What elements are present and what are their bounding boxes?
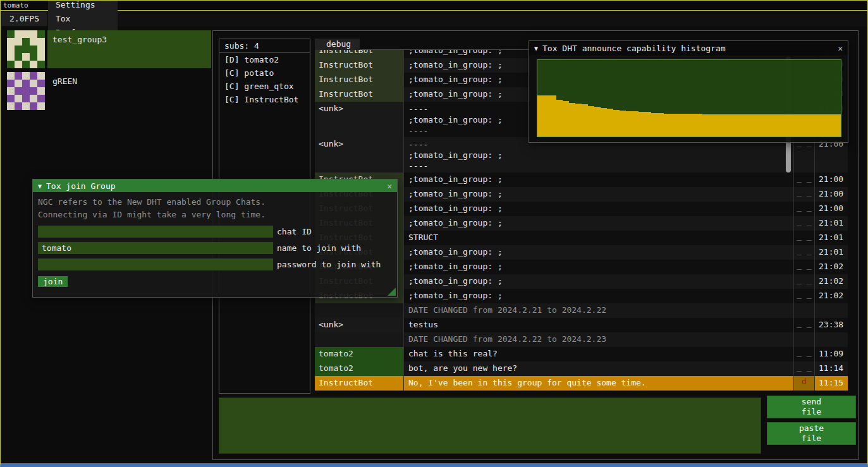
join-name-input[interactable] [38,242,273,254]
paste-file-button[interactable]: paste file [767,422,856,445]
message-cell: ;tomato_in_group: ; [404,187,794,202]
menu-item-settings[interactable]: Settings [48,0,118,12]
histogram-bar [556,100,563,136]
histogram-bar [809,114,816,136]
histogram-bar [834,114,841,136]
histogram-bar [752,114,759,136]
message-line: ;tomato_in_group: ; [408,150,793,161]
message-row[interactable]: InstructBotNo, I've been in this group f… [315,376,848,391]
histogram-bar [594,107,601,136]
message-cell: ;tomato_in_group: ; [404,216,794,231]
avatar-pixel [30,45,37,53]
message-cell: chat is this real? [404,347,794,361]
histogram-bar [771,114,778,136]
histogram-titlebar[interactable]: ▼ Tox DHT announce capability histogram … [529,41,848,55]
send-file-button[interactable]: send file [767,396,856,418]
histogram-bar [601,108,607,136]
avatar-pixel [37,45,45,53]
histogram-bar [740,114,746,136]
status-cell: _ _ [794,202,815,216]
name-cell: <unk> [315,318,404,332]
status-cell: _ _ [794,260,815,274]
join-password-input[interactable] [38,258,273,270]
name-cell: InstructBot [315,58,404,73]
avatar-pixel [7,80,15,87]
histogram-bar [822,114,828,136]
close-icon[interactable]: ✕ [387,181,392,191]
join-group-title: Tox join Group [46,181,382,191]
group-avatar [7,30,45,68]
avatar-pixel [37,72,45,80]
avatar-pixel [7,45,15,53]
chat-id-input[interactable] [38,226,273,238]
histogram-bar [632,111,639,136]
collapse-arrow-icon[interactable]: ▼ [534,45,538,52]
menu-bar: 2.0FPS SettingsToxPerformance [1,11,867,27]
status-cell [794,332,815,347]
avatar-pixel [22,87,30,95]
join-group-titlebar[interactable]: ▼ Tox join Group ✕ [33,179,397,192]
histogram-bar [582,104,588,136]
avatar-pixel [30,53,37,61]
group-name: gREEN [52,76,77,86]
menu-item-tox[interactable]: Tox [48,12,118,26]
message-cell: STRUCT [404,231,794,245]
histogram-bar [702,114,708,136]
avatar-pixel [30,80,37,87]
message-row[interactable]: tomato2bot, are you new here?_ _11:14 [315,361,848,376]
histogram-bar [797,114,803,136]
avatar-pixel [30,87,37,95]
avatar-pixel [30,72,37,80]
histogram-bar [664,114,670,136]
histogram-bar [670,114,676,136]
avatar-pixel [22,102,30,110]
join-field-label: password to join with [277,260,381,269]
message-row[interactable]: <unk>testus_ _23:38 [315,318,848,332]
avatar-pixel [22,53,30,61]
avatar-pixel [37,61,45,68]
histogram-bar [537,95,544,136]
avatar-pixel [22,61,30,68]
avatar-pixel [15,102,22,110]
histogram-bar [778,114,784,136]
avatar-pixel [30,95,37,102]
histogram-bar [708,114,714,136]
message-input[interactable] [219,397,761,454]
tab-debug[interactable]: debug [315,39,360,50]
subs-list-item[interactable]: [C] potato [219,66,310,80]
time-cell: 11:14 [815,361,847,376]
join-button[interactable]: join [38,276,68,287]
avatar-pixel [37,38,45,45]
subs-list-item[interactable]: [D] tomato2 [219,53,310,66]
join-field-row: chat ID [38,226,392,238]
histogram-bar [746,114,752,136]
avatar-pixel [22,38,30,45]
join-info-line-2: Connecting via ID might take a very long… [38,209,392,221]
close-icon[interactable]: ✕ [838,44,843,53]
message-cell: ;tomato_in_group: ; [404,245,794,260]
resize-grip-icon[interactable] [388,288,396,296]
group-item-gREEN[interactable]: gREEN [1,72,212,110]
message-cell: bot, are you new here? [404,361,794,376]
group-avatar [7,72,45,110]
subs-list-item[interactable]: [C] InstructBot [219,93,310,106]
group-item-test_group3[interactable]: test_group3 [1,30,212,68]
window-titlebar[interactable]: tomato [1,1,867,11]
name-cell [315,332,404,347]
histogram-bar [620,111,626,136]
date-separator-row: DATE CHANGED from 2024.2.22 to 2024.2.23 [315,332,848,347]
histogram-bar [828,114,834,136]
subs-list-item[interactable]: [C] green_qtox [219,80,310,93]
collapse-arrow-icon[interactable]: ▼ [38,183,42,190]
message-row[interactable]: tomato2chat is this real?_ _11:09 [315,347,848,361]
message-cell: ;tomato_in_group: ; [404,202,794,216]
histogram-bar [575,104,582,136]
avatar-pixel [15,38,22,45]
avatar-pixel [7,102,15,110]
time-cell: 23:38 [815,318,847,332]
avatar-pixel [15,45,22,53]
name-cell [315,303,404,318]
join-group-window: ▼ Tox join Group ✕ NGC refers to the New… [32,179,398,298]
status-cell: _ _ [794,289,815,303]
histogram-bar [651,113,657,137]
